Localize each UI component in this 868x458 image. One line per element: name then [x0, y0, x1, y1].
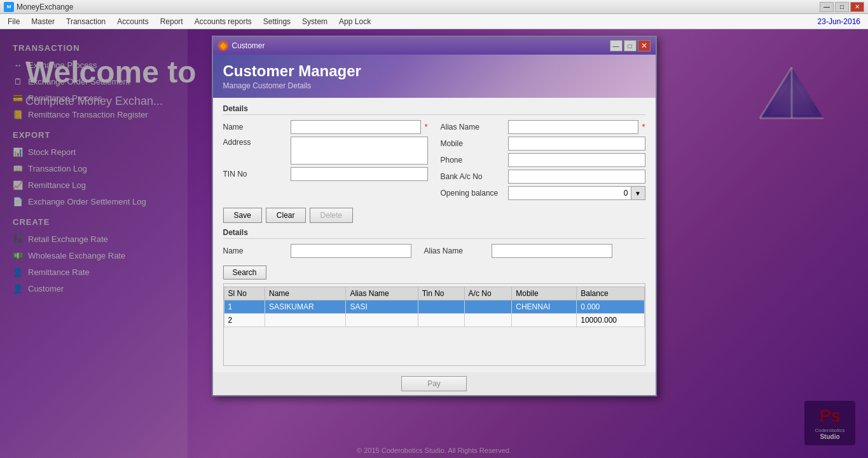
col-mobile: Mobile [512, 287, 577, 300]
address-label: Address [223, 137, 287, 147]
menu-system[interactable]: System [297, 16, 333, 27]
tin-input[interactable] [291, 167, 428, 181]
menu-date: 23-Jun-2016 [818, 17, 865, 26]
col-balance: Balance [577, 287, 644, 300]
form-right-column: Alias Name * Mobile Phone [441, 120, 645, 203]
alias-name-input[interactable] [508, 120, 638, 134]
dialog-maximize-button[interactable]: □ [624, 40, 637, 51]
dialog-header: Customer Manager Manage Customer Details [213, 55, 656, 98]
title-bar-left: M MoneyExchange [4, 2, 73, 12]
dialog-minimize-button[interactable]: — [610, 40, 623, 51]
cell-ac [464, 300, 512, 314]
opening-balance-wrap: ▼ [508, 186, 645, 200]
menu-settings[interactable]: Settings [258, 16, 296, 27]
maximize-button[interactable]: □ [835, 2, 849, 12]
title-bar: M MoneyExchange — □ ✕ [0, 0, 868, 14]
menu-transaction[interactable]: Transaction [61, 16, 111, 27]
pay-area: Pay [213, 372, 656, 395]
bank-ac-label: Bank A/c No [441, 172, 504, 181]
search-section: Details Name Alias Name Search [223, 228, 645, 280]
dialog-header-subtitle: Manage Customer Details [223, 81, 645, 90]
search-row: Name Alias Name [223, 244, 645, 262]
customer-table: Sl No Name Alias Name Tin No A/c No Mobi… [224, 286, 645, 327]
search-name-label: Name [223, 246, 287, 255]
menu-master[interactable]: Master [26, 16, 60, 27]
col-tin-no: Tin No [418, 287, 464, 300]
clear-button[interactable]: Clear [266, 208, 306, 223]
cell-tin [418, 300, 464, 314]
form-left-column: Name * Address TIN No [223, 120, 428, 203]
col-sl-no: Sl No [224, 287, 265, 300]
tin-row: TIN No [223, 167, 428, 181]
bank-ac-input[interactable] [508, 170, 645, 184]
phone-input[interactable] [508, 153, 645, 167]
dialog-title-left: 🔶 Customer [218, 41, 265, 51]
bank-ac-row: Bank A/c No [441, 170, 645, 184]
cell-name: SASIKUMAR [265, 300, 345, 314]
pay-button[interactable]: Pay [401, 376, 467, 391]
save-button[interactable]: Save [223, 208, 262, 223]
app-title: MoneyExchange [17, 3, 73, 11]
search-details-label: Details [223, 228, 645, 239]
search-name-input[interactable] [291, 244, 411, 258]
cell-ac [464, 314, 512, 327]
opening-balance-row: Opening balance ▼ [441, 186, 645, 200]
opening-balance-input[interactable] [508, 186, 631, 200]
table-header-row: Sl No Name Alias Name Tin No A/c No Mobi… [224, 287, 644, 300]
dialog-title-bar: 🔶 Customer — □ ✕ [213, 37, 656, 55]
menu-app-lock[interactable]: App Lock [334, 16, 376, 27]
cell-balance: 0.000 [577, 300, 644, 314]
search-alias-input[interactable] [492, 244, 612, 258]
table-row[interactable]: 2 10000.000 [224, 314, 644, 327]
cell-balance: 10000.000 [577, 314, 644, 327]
table-body: 1 SASIKUMAR SASI CHENNAI 0.000 2 [224, 300, 644, 327]
search-alias-row: Alias Name [424, 244, 612, 258]
mobile-input[interactable] [508, 137, 645, 151]
table-row[interactable]: 1 SASIKUMAR SASI CHENNAI 0.000 [224, 300, 644, 314]
main-area: Welcome to Complete Money Exchan... TRAN… [0, 29, 868, 458]
mobile-label: Mobile [441, 139, 504, 148]
dialog-controls: — □ ✕ [610, 40, 651, 51]
alias-required: * [642, 123, 645, 131]
cell-sl: 2 [224, 314, 265, 327]
dialog-icon: 🔶 [218, 41, 228, 51]
form-actions: Save Clear Delete [223, 208, 645, 223]
name-input[interactable] [291, 120, 421, 134]
customer-manager-dialog: 🔶 Customer — □ ✕ Customer Manager Manage… [212, 36, 657, 396]
table-container: Sl No Name Alias Name Tin No A/c No Mobi… [223, 283, 645, 366]
menu-bar: File Master Transaction Accounts Report … [0, 14, 868, 29]
tin-label: TIN No [223, 170, 287, 178]
dialog-body: Details Name * Address [213, 98, 656, 372]
phone-row: Phone [441, 153, 645, 167]
address-input[interactable] [291, 137, 428, 165]
close-button[interactable]: ✕ [850, 2, 864, 12]
modal-overlay: 🔶 Customer — □ ✕ Customer Manager Manage… [0, 29, 868, 458]
cell-alias [346, 314, 418, 327]
search-button[interactable]: Search [223, 266, 266, 280]
menu-report[interactable]: Report [155, 16, 188, 27]
minimize-button[interactable]: — [820, 2, 834, 12]
search-name-row: Name [223, 244, 411, 258]
col-ac-no: A/c No [464, 287, 512, 300]
opening-balance-dropdown[interactable]: ▼ [631, 186, 645, 200]
opening-balance-label: Opening balance [441, 189, 504, 198]
dialog-title-text: Customer [232, 41, 265, 50]
name-row: Name * [223, 120, 428, 134]
dialog-close-button[interactable]: ✕ [638, 40, 651, 51]
delete-button[interactable]: Delete [310, 208, 354, 223]
title-bar-controls: — □ ✕ [820, 2, 864, 12]
menu-accounts[interactable]: Accounts [112, 16, 153, 27]
cell-mobile [512, 314, 577, 327]
details-section-label: Details [223, 104, 645, 115]
phone-label: Phone [441, 156, 504, 165]
table-header: Sl No Name Alias Name Tin No A/c No Mobi… [224, 287, 644, 300]
mobile-row: Mobile [441, 137, 645, 151]
menu-accounts-reports[interactable]: Accounts reports [189, 16, 257, 27]
alias-name-label: Alias Name [441, 123, 504, 131]
menu-file[interactable]: File [3, 16, 25, 27]
cell-mobile: CHENNAI [512, 300, 577, 314]
search-button-row: Search [223, 266, 645, 280]
form-columns: Name * Address TIN No [223, 120, 645, 203]
search-alias-label: Alias Name [424, 246, 488, 255]
name-label: Name [223, 123, 287, 131]
